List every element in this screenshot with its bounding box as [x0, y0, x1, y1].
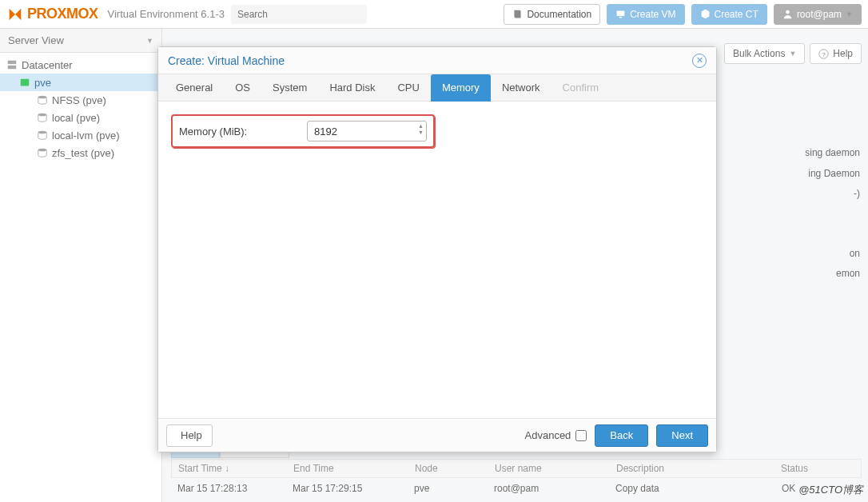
cube-icon	[700, 9, 711, 19]
proxmox-icon	[6, 6, 24, 23]
spin-up-icon[interactable]: ▲	[418, 123, 424, 129]
book-icon	[512, 9, 523, 19]
user-menu-button[interactable]: root@pam ▼	[774, 4, 862, 25]
tab-general[interactable]: General	[165, 74, 224, 102]
brand-text: PROXMOX	[27, 6, 98, 22]
create-vm-wizard: Create: Virtual Machine ✕ General OS Sys…	[157, 46, 717, 452]
create-ct-button[interactable]: Create CT	[691, 4, 767, 25]
monitor-icon	[615, 9, 626, 19]
spin-down-icon[interactable]: ▼	[418, 129, 424, 135]
modal-body: Memory (MiB): ▲ ▼	[158, 102, 716, 418]
modal-help-button[interactable]: ? Help	[166, 424, 213, 447]
close-icon[interactable]: ✕	[692, 54, 707, 68]
wizard-tabs: General OS System Hard Disk CPU Memory N…	[158, 74, 716, 102]
modal-title-bar: Create: Virtual Machine ✕	[158, 47, 716, 74]
svg-rect-0	[617, 10, 625, 16]
back-button[interactable]: Back	[595, 424, 648, 447]
create-vm-button[interactable]: Create VM	[607, 4, 684, 25]
tab-system[interactable]: System	[261, 74, 318, 102]
memory-field-highlight: Memory (MiB): ▲ ▼	[171, 114, 435, 148]
modal-title: Create: Virtual Machine	[168, 54, 285, 67]
search-input[interactable]	[231, 5, 367, 24]
advanced-toggle: Advanced	[525, 429, 587, 441]
memory-label: Memory (MiB):	[179, 126, 299, 137]
tab-cpu[interactable]: CPU	[386, 74, 430, 102]
tab-network[interactable]: Network	[491, 74, 551, 102]
advanced-label: Advanced	[525, 429, 571, 441]
memory-input[interactable]	[307, 121, 427, 141]
next-button[interactable]: Next	[656, 424, 708, 447]
svg-rect-1	[619, 17, 622, 18]
tab-memory[interactable]: Memory	[431, 74, 491, 102]
memory-spinner: ▲ ▼	[307, 121, 427, 141]
documentation-button[interactable]: Documentation	[504, 4, 600, 25]
top-bar: PROXMOX Virtual Environment 6.1-3 Docume…	[0, 0, 868, 29]
user-icon	[782, 9, 793, 19]
version-label: Virtual Environment 6.1-3	[108, 8, 225, 20]
tab-os[interactable]: OS	[224, 74, 261, 102]
advanced-checkbox[interactable]	[575, 430, 587, 441]
brand-logo: PROXMOX	[6, 6, 98, 23]
tab-confirm: Confirm	[551, 74, 611, 102]
chevron-down-icon: ▼	[846, 10, 853, 18]
modal-footer: ? Help Advanced Back Next	[158, 418, 716, 452]
svg-point-2	[786, 10, 790, 14]
tab-hard-disk[interactable]: Hard Disk	[318, 74, 386, 102]
